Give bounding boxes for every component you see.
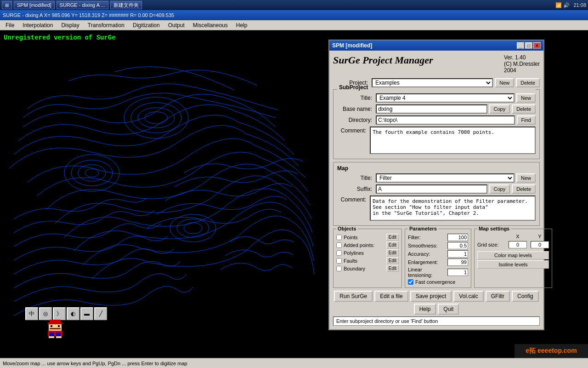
svg-rect-21 <box>56 336 62 338</box>
obj-polylines-check[interactable] <box>336 250 342 256</box>
param-smooth-row: Smoothness: <box>408 242 468 249</box>
save-project-btn[interactable]: Save project <box>410 291 452 302</box>
obj-added-edit[interactable]: Edit <box>386 242 399 248</box>
edit-file-btn[interactable]: Edit a file <box>374 291 408 302</box>
taskbar-folder-btn[interactable]: 新建文件夹 <box>110 1 142 9</box>
project-delete-btn[interactable]: Delete <box>516 78 540 87</box>
param-accuracy-label: Accuracy: <box>408 251 447 257</box>
tool-btn-1[interactable]: 中 <box>25 307 38 320</box>
obj-added-row: Added points: Edit <box>336 242 399 248</box>
gfiltr-btn[interactable]: GFiltr <box>486 291 510 302</box>
help-btn[interactable]: Help <box>414 304 436 315</box>
tool-btn-4[interactable]: ◐ <box>67 307 79 320</box>
obj-polylines-edit[interactable]: Edit <box>386 249 399 256</box>
svg-point-5 <box>177 219 209 237</box>
tool-icon-4: ◐ <box>71 310 75 317</box>
objects-panel-label: Objects <box>336 226 357 231</box>
spm-minimize-btn[interactable]: _ <box>517 42 524 49</box>
svg-rect-19 <box>56 333 61 336</box>
param-accuracy-input[interactable] <box>447 250 468 258</box>
param-smooth-label: Smoothness: <box>408 243 447 248</box>
menu-file[interactable]: File <box>2 21 18 29</box>
taskbar: ⊞ SPM [modified] SURGE - dixing A ... 新建… <box>0 0 588 10</box>
tool-btn-6[interactable]: ╱ <box>94 307 107 320</box>
obj-points-check[interactable] <box>336 235 342 240</box>
tool-btn-5[interactable]: ▬ <box>80 307 93 320</box>
obj-faults-check[interactable] <box>336 258 342 264</box>
spm-year: 2004 <box>504 67 540 74</box>
watermark-text: e拓 eeeetop.com <box>526 347 577 355</box>
subproject-section: SubProject Title: Example 4 New Base nam… <box>333 89 540 159</box>
param-linear-input[interactable] <box>447 269 468 276</box>
map-title-select[interactable]: Filter <box>376 173 514 183</box>
menu-interpolation[interactable]: Interpolation <box>19 21 57 29</box>
spm-maximize-btn[interactable]: □ <box>525 42 532 49</box>
color-map-btn[interactable]: Color map levels <box>477 251 549 259</box>
subproject-title-select[interactable]: Example 4 <box>376 93 514 103</box>
start-button[interactable]: ⊞ <box>2 1 12 9</box>
directory-input[interactable] <box>376 115 515 125</box>
basename-copy-btn[interactable]: Copy <box>489 104 510 114</box>
map-copy-btn[interactable]: Copy <box>489 184 510 194</box>
grid-x-input[interactable] <box>509 241 527 248</box>
param-enlarge-input[interactable] <box>447 259 468 266</box>
obj-points-edit[interactable]: Edit <box>386 234 399 241</box>
param-filter-row: Filter: <box>408 234 468 241</box>
obj-added-check[interactable] <box>336 242 342 248</box>
config-btn[interactable]: Config <box>512 291 539 302</box>
taskbar-spm-btn[interactable]: SPM [modified] <box>14 1 55 9</box>
fast-convergence-row: Fast convergence <box>408 279 468 285</box>
vol-calc-btn[interactable]: Vol.calc <box>453 291 483 302</box>
spm-close-btn[interactable]: × <box>533 42 541 49</box>
obj-faults-edit[interactable]: Edit <box>386 257 399 264</box>
svg-point-10 <box>145 112 168 124</box>
obj-boundary-edit[interactable]: Edit <box>386 265 399 272</box>
svg-point-1 <box>71 160 113 186</box>
mario-character <box>46 316 64 343</box>
spm-titlebar: SPM [modified] _ □ × <box>329 40 543 51</box>
mario-svg <box>46 316 64 339</box>
menu-display[interactable]: Display <box>57 21 83 29</box>
map-section: Map Title: Filter New Suffix: Copy Delet… <box>333 162 540 226</box>
menu-miscellaneous[interactable]: Miscellaneous <box>189 21 232 29</box>
svg-point-7 <box>124 97 188 138</box>
spm-body: SurGe Project Manager Ver. 1.40 (C) M.Dr… <box>329 51 543 329</box>
map-suffix-input[interactable] <box>376 184 487 194</box>
param-filter-label: Filter: <box>408 235 447 240</box>
map-comment-textarea[interactable] <box>370 196 536 221</box>
param-accuracy-row: Accuracy: <box>408 250 468 258</box>
subproject-comment-textarea[interactable] <box>370 126 536 154</box>
grid-size-row: Grid size: <box>477 241 549 248</box>
quit-btn[interactable]: Quit <box>438 304 459 315</box>
directory-label: Directory: <box>337 117 374 123</box>
menu-help[interactable]: Help <box>232 21 251 29</box>
run-surge-btn[interactable]: Run SurGe <box>334 291 373 302</box>
subproject-new-btn[interactable]: New <box>516 93 536 103</box>
project-select[interactable]: Examples <box>372 78 493 87</box>
param-enlarge-label: Enlargement: <box>408 259 447 265</box>
menu-output[interactable]: Output <box>164 21 188 29</box>
map-delete-btn[interactable]: Delete <box>512 184 536 194</box>
map-comment-row: Comment: <box>337 196 536 221</box>
find-btn[interactable]: Find <box>517 115 536 125</box>
basename-delete-btn[interactable]: Delete <box>512 104 536 114</box>
obj-added-label: Added points: <box>344 242 384 248</box>
menu-digitization[interactable]: Digitization <box>129 21 164 29</box>
taskbar-left: ⊞ SPM [modified] SURGE - dixing A ... 新建… <box>2 1 142 9</box>
taskbar-surge-btn[interactable]: SURGE - dixing A ... <box>57 1 108 9</box>
svg-point-2 <box>78 165 106 181</box>
svg-rect-18 <box>50 333 54 336</box>
grid-y-input[interactable] <box>531 241 549 248</box>
map-new-btn[interactable]: New <box>516 173 536 183</box>
map-header: Map <box>337 165 536 172</box>
fast-convergence-check[interactable] <box>408 279 413 285</box>
param-smooth-input[interactable] <box>447 242 468 249</box>
param-filter-input[interactable] <box>447 234 468 241</box>
basename-input[interactable] <box>376 104 487 114</box>
obj-boundary-check[interactable] <box>336 266 342 271</box>
menu-transformation[interactable]: Transformation <box>84 21 128 29</box>
project-new-btn[interactable]: New <box>495 78 514 87</box>
obj-polylines-label: Polylines <box>344 250 384 256</box>
taskbar-icons: 📶 🔊 <box>555 2 570 8</box>
isoline-btn[interactable]: Isoline levels <box>477 260 549 269</box>
